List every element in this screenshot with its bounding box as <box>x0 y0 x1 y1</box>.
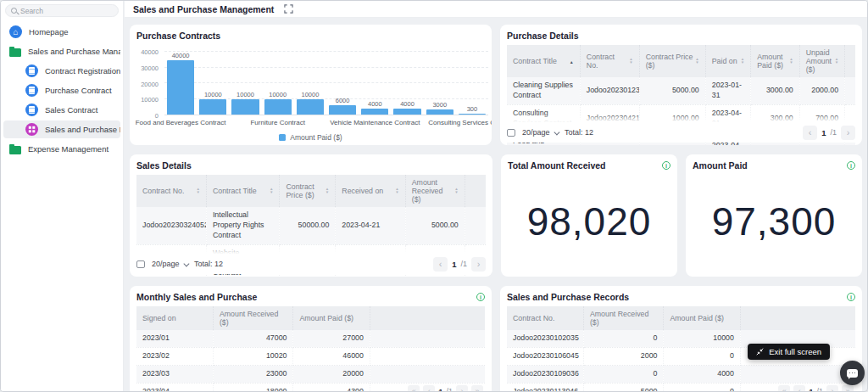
sidebar-item[interactable]: Purchase Contract <box>3 81 120 99</box>
records-pagination: 1 /1 <box>778 385 854 392</box>
dash-icon <box>25 123 38 136</box>
sidebar-search[interactable] <box>5 4 119 17</box>
table-cell: 50000.00 <box>280 207 336 244</box>
sort-icon <box>454 188 458 194</box>
page-size-select[interactable]: 20/page <box>152 260 187 268</box>
bar-value-label: 10000 <box>204 91 222 98</box>
sidebar-item[interactable]: Sales Contract <box>3 101 120 119</box>
column-header <box>370 306 485 330</box>
sort-icon <box>395 188 398 194</box>
sidebar-item[interactable]: Sales and Purchase Manage... <box>3 120 120 138</box>
table-row: Jodoo2023010903604000 <box>507 365 855 383</box>
chat-widget-button[interactable] <box>840 361 865 385</box>
table-cell: 2023/03 <box>136 365 213 383</box>
prev-page-button[interactable] <box>803 126 817 140</box>
table-cell: Jodoo20230109036 <box>507 365 583 383</box>
table-cell <box>370 365 485 383</box>
y-tick-label: 20000 <box>141 80 159 87</box>
table-cell: 18000 <box>213 383 293 392</box>
total-pages: /1 <box>830 128 837 137</box>
sidebar-item-label: Sales Contract <box>45 105 97 115</box>
chart-legend[interactable]: Amount Paid ($) <box>130 133 492 142</box>
x-tick-label: Food and Beverages Contract <box>136 119 226 126</box>
panel-title: Sales Details <box>136 160 192 171</box>
sort-icon <box>789 58 793 64</box>
page-size-select[interactable]: 20/page <box>522 128 558 137</box>
column-header[interactable]: Contract No. <box>580 45 639 77</box>
x-tick-label: Consulting Services Contract <box>428 119 492 126</box>
panel-title: Purchase Contracts <box>136 31 220 41</box>
folder-icon <box>9 48 21 57</box>
table-cell: 2023/02 <box>136 347 213 365</box>
current-page: 1 <box>809 387 813 392</box>
columns-icon[interactable] <box>507 129 515 137</box>
column-header[interactable]: Contract Price ($) <box>280 175 336 207</box>
bar <box>459 114 486 115</box>
column-header[interactable]: Unpaid Amount ($) <box>799 45 844 77</box>
top-bar: Sales and Purchase Management <box>125 1 867 18</box>
bar-value-label: 40000 <box>172 52 190 59</box>
sort-asc-icon <box>570 57 574 65</box>
total-pages: /1 <box>816 387 823 392</box>
sort-icon <box>326 188 329 194</box>
stat-value: 98,020 <box>501 166 677 277</box>
sidebar-item-label: Homepage <box>29 27 68 36</box>
table-cell: 2023/01 <box>136 330 213 347</box>
sidebar-item[interactable]: Sales and Purchase Management <box>3 42 120 60</box>
search-input[interactable] <box>20 7 113 15</box>
prev-page-button[interactable] <box>423 385 435 392</box>
y-tick-label: 10000 <box>141 96 159 104</box>
prev-page-button[interactable] <box>433 257 448 272</box>
sidebar-item[interactable]: Expense Management <box>3 140 120 158</box>
column-header[interactable]: Contract Price ($) <box>639 45 705 77</box>
bar-value-label: 6000 <box>336 97 350 104</box>
column-header[interactable]: Received on <box>336 175 405 207</box>
fullscreen-icon[interactable] <box>284 4 293 14</box>
column-header[interactable]: Contract Title <box>206 175 280 207</box>
next-page-button[interactable] <box>456 385 468 392</box>
bar <box>167 60 194 115</box>
total-pages: /1 <box>446 387 453 392</box>
column-header[interactable]: Amount Paid ($) <box>751 45 800 77</box>
first-page-button[interactable] <box>408 385 420 392</box>
bar-value-label: 10000 <box>269 91 287 98</box>
column-header <box>845 45 855 77</box>
panel-purchase-details: Purchase Details Contract TitleContract … <box>500 25 862 145</box>
last-page-button[interactable] <box>471 385 483 392</box>
sort-icon <box>629 58 632 64</box>
panel-sales-details: Sales Details Contract No.Contract Title… <box>130 154 492 277</box>
doc-icon <box>25 84 38 97</box>
legend-swatch <box>279 134 286 141</box>
next-page-button[interactable] <box>826 385 838 392</box>
column-header[interactable]: Amount Received ($) <box>405 175 465 207</box>
column-header[interactable]: Contract Title <box>507 45 580 77</box>
column-header[interactable]: Paid on <box>705 45 750 77</box>
table-cell: 5000.00 <box>405 207 465 244</box>
sidebar-item[interactable]: Contract Registration <box>3 62 120 80</box>
table-cell: 20000 <box>293 365 370 383</box>
next-page-button[interactable] <box>841 126 855 140</box>
info-icon[interactable] <box>847 293 855 301</box>
table-cell: Jodoo20230123038 <box>580 77 639 104</box>
sidebar-item-label: Expense Management <box>28 144 108 154</box>
prev-page-button[interactable] <box>793 385 805 392</box>
table-cell: 0 <box>664 347 740 365</box>
panel-purchase-contracts: Purchase Contracts 010000200003000040000… <box>130 25 492 145</box>
column-header[interactable]: Contract No. <box>136 175 206 207</box>
doc-icon <box>25 104 38 116</box>
info-icon[interactable] <box>476 293 485 301</box>
exit-fullscreen-button[interactable]: Exit full screen <box>748 344 830 360</box>
column-header: Amount Received ($) <box>213 306 293 330</box>
collapse-icon <box>756 348 764 356</box>
first-page-button[interactable] <box>778 385 790 392</box>
bar <box>426 109 453 115</box>
sort-icon <box>695 58 698 64</box>
columns-icon[interactable] <box>136 260 145 268</box>
x-tick-label: Furniture Contract <box>250 119 304 126</box>
table-row: Jodoo20230324052Intellectual Property Ri… <box>136 207 486 244</box>
table-cell: Cleaning Supplies Contract <box>507 77 580 104</box>
sidebar: HomepageSales and Purchase ManagementCon… <box>1 1 124 391</box>
next-page-button[interactable] <box>471 257 486 272</box>
last-page-button[interactable] <box>842 385 854 392</box>
sidebar-item[interactable]: Homepage <box>3 23 120 41</box>
